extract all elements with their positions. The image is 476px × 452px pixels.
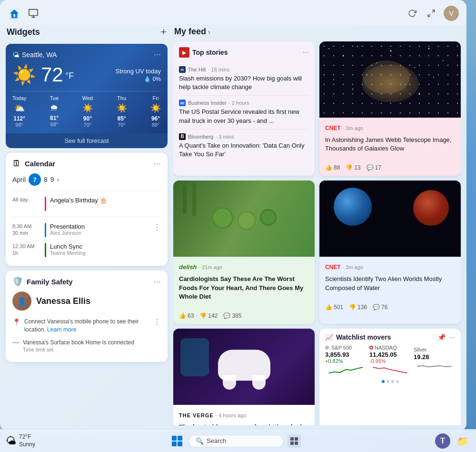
home-icon[interactable] — [8, 7, 21, 20]
verge-gaming-card[interactable]: THE VERGE · 4 hours ago The best video g… — [173, 329, 315, 425]
svg-rect-22 — [290, 437, 294, 441]
files-icon[interactable]: 📁 — [455, 433, 470, 449]
cnet-story1-comments-count: 17 — [375, 164, 381, 171]
cnet-story1-headline: In Astonishing James Webb Telescope Imag… — [325, 136, 455, 153]
svg-point-21 — [362, 60, 410, 94]
cnet-source-badge: CNET · 3m ago — [325, 123, 363, 132]
weather-icon-big: ☀️ — [12, 64, 36, 86]
ts-header: ▶ Top stories ··· — [179, 47, 309, 58]
hill-source-name: The Hill — [188, 67, 206, 72]
cnet-space-card[interactable]: CNET · 3m ago In Astonishing James Webb … — [319, 41, 461, 176]
svg-rect-1 — [11, 18, 18, 19]
watchlist-dot-1[interactable] — [382, 380, 385, 383]
person-name: Vanessa Ellis — [36, 296, 90, 306]
header-icons-left — [8, 7, 40, 20]
cnet-planets-card[interactable]: CNET · 3m ago Scientists Identify Two Al… — [319, 181, 461, 324]
story-item-bloomberg[interactable]: B Bloomberg · 3 mins A Quant's Take on I… — [179, 130, 309, 162]
svg-rect-23 — [295, 437, 298, 441]
bloomberg-story-headline: A Quant's Take on Innovation: 'Data Can … — [179, 141, 309, 159]
food-bowl-1 — [212, 207, 233, 229]
nasdaq-chart — [369, 364, 411, 375]
cal-menu-button[interactable]: ··· — [154, 159, 161, 169]
svg-rect-2 — [29, 10, 38, 16]
cal-active-day[interactable]: 7 — [29, 173, 41, 186]
sp500-value: 3,855.93 — [325, 351, 367, 358]
forecast-wed: Wed ☀️ 90° 70° — [82, 95, 93, 128]
svg-point-13 — [428, 48, 430, 50]
task-view-button[interactable] — [288, 434, 301, 448]
nasdaq-value: 11,425.05 — [369, 351, 411, 358]
watchlist-dot-3[interactable] — [391, 380, 394, 383]
weather-forecast: Today ⛅ 112° 98° Tue 🌧 81° 68° Wed — [12, 91, 161, 128]
cal-event-presentation: 8:30 AM30 min Presentation Alex Johnson … — [12, 220, 161, 240]
hill-story-time: · 18 mins — [208, 67, 229, 72]
cnet-story1-dislikes: 👎 13 — [346, 164, 360, 171]
cal-event-sub-presentation: Alex Johnson — [50, 230, 149, 236]
svg-point-16 — [352, 89, 354, 90]
cnet-story2-timestamp: · 3m ago — [343, 264, 363, 270]
svg-point-12 — [414, 67, 415, 68]
planets-image — [319, 181, 461, 257]
cnet-story2-dislikes: 👎 136 — [349, 304, 367, 311]
cal-event-menu-presentation[interactable]: ⋮ — [153, 223, 161, 232]
stock-silver[interactable]: Silver 19.28 — [414, 345, 455, 377]
see-forecast-link[interactable]: See full forecast — [6, 133, 168, 148]
space-image — [319, 41, 461, 118]
watchlist-pin-icon[interactable]: 📌 — [437, 333, 446, 341]
stock-sp500[interactable]: S&P 500 3,855.93 +0.82% — [325, 345, 367, 377]
media-icon[interactable] — [27, 7, 40, 20]
safety-device-item: 〰 Vanessa's Surface book Home is connect… — [12, 336, 161, 356]
safety-menu-button[interactable]: ··· — [154, 277, 161, 287]
location-icon: 📍 — [12, 318, 20, 326]
weather-location: 🌤 Seattle, WA — [12, 51, 57, 59]
forecast-tue: Tue 🌧 81° 68° — [50, 95, 59, 128]
teams-icon[interactable]: T — [435, 433, 450, 449]
watchlist-menu-button[interactable]: ··· — [449, 333, 455, 341]
story-item-bi[interactable]: BI Business Insider · 2 hours The US Pos… — [179, 96, 309, 129]
expand-icon[interactable] — [425, 7, 438, 20]
safety-title-row: 🛡️ Family Safety — [12, 276, 73, 287]
feed-header: My feed › — [173, 25, 461, 41]
stock-nasdaq[interactable]: NASDAQ 11,425.05 -0.95% — [369, 345, 411, 377]
safety-item-menu[interactable]: ⋮ — [153, 318, 161, 327]
taskbar: 🌤 72°F Sunny 🔍 Search — [0, 429, 476, 452]
feed-chevron-icon[interactable]: › — [208, 28, 210, 36]
delish-food-card[interactable]: delish · 21m ago Cardiologists Say These… — [173, 181, 315, 324]
watchlist-title: Watchlist movers — [336, 333, 391, 341]
top-stories-card: ▶ Top stories ··· H The Hill · 18 mins S… — [173, 41, 315, 176]
taskbar-search-bar[interactable]: 🔍 Search — [188, 435, 284, 447]
start-button[interactable] — [169, 433, 185, 449]
dislike-icon: 👎 — [346, 164, 353, 171]
svg-point-8 — [343, 55, 344, 57]
cal-event-info-birthday: Angela's Birthday 🎂 — [50, 197, 161, 204]
cnet-story2-likes-count: 501 — [334, 304, 343, 311]
taskbar-temp: 72°F — [19, 433, 35, 441]
story-source-line-bloomberg: B Bloomberg · 3 mins — [179, 133, 309, 140]
user-avatar[interactable]: V — [444, 6, 459, 21]
safety-location-item: 📍 Connect Vanessa's mobile phone to see … — [12, 315, 161, 336]
earth-planet — [334, 188, 372, 226]
watchlist-dot-2[interactable] — [387, 380, 389, 383]
weather-precip: 💧 0% — [116, 76, 161, 82]
ts-menu-button[interactable]: ··· — [303, 48, 309, 57]
weather-temperature: 72 — [41, 63, 63, 86]
safety-location-description: Connect Vanessa's mobile phone to see th… — [24, 318, 139, 333]
add-widget-button[interactable]: + — [160, 27, 167, 37]
safety-learn-more-link[interactable]: Learn more — [47, 326, 76, 333]
svg-rect-24 — [290, 442, 294, 445]
story-item-hill[interactable]: H The Hill · 18 mins Slash emissions by … — [179, 62, 309, 96]
cal-nav-chevron[interactable]: › — [57, 176, 60, 183]
taskbar-weather[interactable]: 🌤 72°F Sunny — [6, 433, 35, 448]
cnet-story2-dislikes-count: 136 — [357, 304, 367, 311]
cnet-story2-likes: 👍 501 — [325, 304, 343, 311]
watchlist-dot-4[interactable] — [396, 380, 399, 383]
cal-event-birthday: All day Angela's Birthday 🎂 — [12, 194, 161, 214]
weather-menu-button[interactable]: ··· — [154, 50, 161, 60]
bi-story-time: · 2 hours — [229, 100, 249, 106]
stock-row: S&P 500 3,855.93 +0.82% NASDAQ — [325, 345, 455, 377]
sp500-name: S&P 500 — [331, 345, 352, 351]
bloomberg-story-time: · 3 mins — [216, 134, 234, 140]
svg-point-14 — [443, 60, 444, 61]
cal-event-bar-birthday — [45, 197, 46, 211]
refresh-icon[interactable] — [406, 7, 419, 20]
